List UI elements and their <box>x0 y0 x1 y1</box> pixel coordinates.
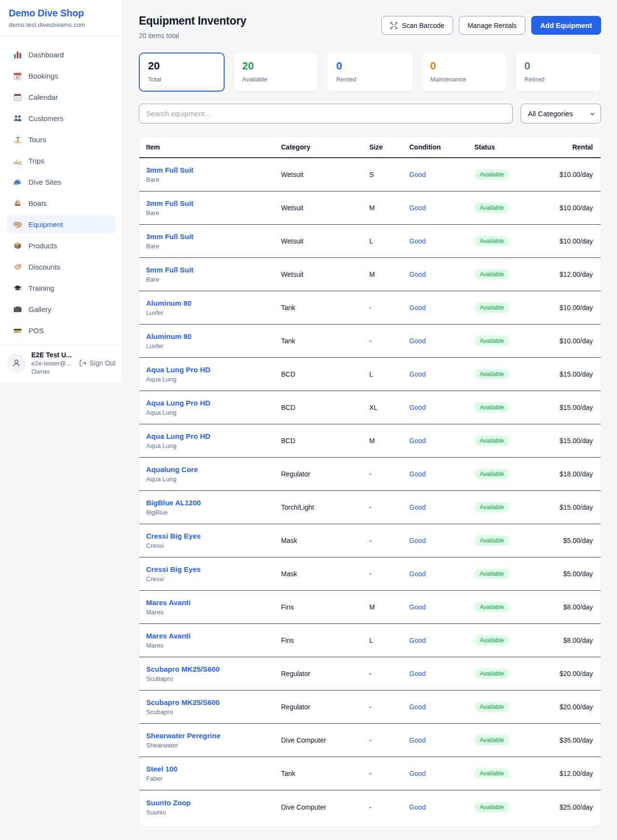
stat-card-retired[interactable]: 0 Retired <box>515 53 601 92</box>
sidebar-item-tours[interactable]: Tours <box>7 130 116 149</box>
item-name-link[interactable]: 3mm Full Suit <box>146 232 281 241</box>
sidebar-item-label: Gallery <box>28 305 52 313</box>
sidebar-item-bookings[interactable]: 17 Bookings <box>7 67 116 85</box>
item-size: - <box>369 304 409 312</box>
sidebar-item-dashboard[interactable]: Dashboard <box>7 45 116 64</box>
sidebar-item-products[interactable]: Products <box>7 236 116 255</box>
stat-card-rented[interactable]: 0 Rented <box>327 53 413 92</box>
sidebar-item-pos[interactable]: POS <box>7 321 116 339</box>
manage-rentals-button[interactable]: Manage Rentals <box>459 16 525 35</box>
add-equipment-button[interactable]: Add Equipment <box>531 16 601 35</box>
item-condition-link[interactable]: Good <box>409 370 474 378</box>
table-row[interactable]: Steel 100 Faber Tank - Good Available $1… <box>139 757 601 790</box>
item-condition-link[interactable]: Good <box>409 304 474 312</box>
item-condition-link[interactable]: Good <box>409 537 474 544</box>
item-name-link[interactable]: Aqua Lung Pro HD <box>146 399 281 407</box>
item-condition-link[interactable]: Good <box>409 670 474 677</box>
item-name-link[interactable]: Aluminum 80 <box>146 332 281 340</box>
item-rental-rate: $15.00/day <box>549 437 593 445</box>
stat-card-available[interactable]: 20 Available <box>233 53 319 92</box>
item-condition-link[interactable]: Good <box>409 470 474 478</box>
item-condition-link[interactable]: Good <box>409 337 474 345</box>
item-name-link[interactable]: BigBlue AL1200 <box>146 499 281 507</box>
status-badge: Available <box>474 635 510 646</box>
item-condition-link[interactable]: Good <box>409 803 474 811</box>
sidebar-item-trips[interactable]: Trips <box>7 151 116 170</box>
item-name-link[interactable]: Cressi Big Eyes <box>146 532 281 540</box>
item-size: - <box>369 537 409 544</box>
table-row[interactable]: Cressi Big Eyes Cressi Mask - Good Avail… <box>139 557 601 591</box>
stat-card-total[interactable]: 20 Total <box>139 53 225 92</box>
item-condition-link[interactable]: Good <box>409 703 474 711</box>
table-row[interactable]: 3mm Full Suit Bare Wetsuit M Good Availa… <box>139 191 601 225</box>
sidebar-item-gallery[interactable]: Gallery <box>7 300 116 318</box>
item-name-link[interactable]: 5mm Full Suit <box>146 266 281 274</box>
item-name-link[interactable]: Aqua Lung Pro HD <box>146 432 281 440</box>
table-row[interactable]: BigBlue AL1200 BigBlue Torch/Light - Goo… <box>139 491 601 524</box>
item-name-link[interactable]: Cressi Big Eyes <box>146 565 281 573</box>
item-category: Fins <box>281 637 369 644</box>
table-row[interactable]: Shearwater Peregrine Shearwater Dive Com… <box>139 724 601 757</box>
table-row[interactable]: Mares Avanti Mares Fins M Good Available… <box>139 591 601 624</box>
table-row[interactable]: 3mm Full Suit Bare Wetsuit S Good Availa… <box>139 158 601 191</box>
table-row[interactable]: Aluminum 80 Luxfer Tank - Good Available… <box>139 325 601 358</box>
item-brand: Bare <box>146 276 281 283</box>
status-badge: Available <box>474 336 510 346</box>
item-name-link[interactable]: Scubapro MK25/S600 <box>146 665 281 673</box>
item-condition-link[interactable]: Good <box>409 271 474 278</box>
search-input[interactable] <box>139 104 513 123</box>
item-name-link[interactable]: Aluminum 80 <box>146 299 281 307</box>
item-name-link[interactable]: Mares Avanti <box>146 632 281 640</box>
item-name-link[interactable]: 3mm Full Suit <box>146 199 281 207</box>
sidebar-item-dive-sites[interactable]: Dive Sites <box>7 173 116 191</box>
item-name-link[interactable]: Aqualung Core <box>146 465 281 474</box>
item-condition-link[interactable]: Good <box>409 404 474 411</box>
item-name-link[interactable]: Aqua Lung Pro HD <box>146 366 281 374</box>
item-condition-link[interactable]: Good <box>409 637 474 644</box>
table-row[interactable]: Aqua Lung Pro HD Aqua Lung BCD L Good Av… <box>139 358 601 391</box>
sidebar-item-training[interactable]: Training <box>7 279 116 297</box>
sidebar-item-equipment[interactable]: Equipment <box>7 215 116 233</box>
item-condition-link[interactable]: Good <box>409 503 474 511</box>
stat-card-maintenance[interactable]: 0 Maintenance <box>421 53 507 92</box>
table-row[interactable]: Aqua Lung Pro HD Aqua Lung BCD M Good Av… <box>139 424 601 458</box>
table-row[interactable]: Scubapro MK25/S600 Scubapro Regulator - … <box>139 657 601 691</box>
item-name-link[interactable]: 3mm Full Suit <box>146 166 281 174</box>
category-filter-select[interactable]: All Categories <box>521 104 601 123</box>
table-row[interactable]: Mares Avanti Mares Fins L Good Available… <box>139 624 601 657</box>
table-row[interactable]: 5mm Full Suit Bare Wetsuit M Good Availa… <box>139 258 601 291</box>
table-row[interactable]: Suunto Zoop Suunto Dive Computer - Good … <box>139 790 601 824</box>
sidebar-item-discounts[interactable]: Discounts <box>7 257 116 276</box>
item-condition-link[interactable]: Good <box>409 171 474 178</box>
item-rental-rate: $10.00/day <box>549 204 593 212</box>
table-row[interactable]: Aqua Lung Pro HD Aqua Lung BCD XL Good A… <box>139 391 601 424</box>
item-condition-link[interactable]: Good <box>409 736 474 744</box>
item-brand: Bare <box>146 243 281 250</box>
item-name-link[interactable]: Suunto Zoop <box>146 799 281 807</box>
sign-out-button[interactable]: Sign Out <box>79 359 116 367</box>
table-row[interactable]: 3mm Full Suit Bare Wetsuit L Good Availa… <box>139 225 601 258</box>
scan-barcode-button[interactable]: Scan Barcode <box>381 16 453 35</box>
item-condition-link[interactable]: Good <box>409 437 474 445</box>
item-condition-link[interactable]: Good <box>409 204 474 212</box>
item-name-link[interactable]: Steel 100 <box>146 765 281 773</box>
item-condition-link[interactable]: Good <box>409 770 474 777</box>
item-category: Mask <box>281 537 369 544</box>
col-header-status: Status <box>474 143 549 151</box>
table-row[interactable]: Scubapro MK25/S600 Scubapro Regulator - … <box>139 691 601 724</box>
item-condition-link[interactable]: Good <box>409 603 474 611</box>
table-row[interactable]: Cressi Big Eyes Cressi Mask - Good Avail… <box>139 524 601 557</box>
table-row[interactable]: Aqualung Core Aqua Lung Regulator - Good… <box>139 458 601 491</box>
item-name-link[interactable]: Scubapro MK25/S600 <box>146 698 281 706</box>
item-name-link[interactable]: Mares Avanti <box>146 598 281 607</box>
sidebar-item-boats[interactable]: Boats <box>7 194 116 212</box>
table-body: 3mm Full Suit Bare Wetsuit S Good Availa… <box>139 158 601 824</box>
item-brand: Aqua Lung <box>146 475 281 483</box>
item-condition-link[interactable]: Good <box>409 570 474 578</box>
sidebar-item-calendar[interactable]: Calendar <box>7 88 116 106</box>
item-condition-link[interactable]: Good <box>409 237 474 245</box>
status-badge: Available <box>474 602 510 612</box>
sidebar-item-customers[interactable]: Customers <box>7 109 116 127</box>
item-name-link[interactable]: Shearwater Peregrine <box>146 732 281 740</box>
table-row[interactable]: Aluminum 80 Luxfer Tank - Good Available… <box>139 291 601 325</box>
